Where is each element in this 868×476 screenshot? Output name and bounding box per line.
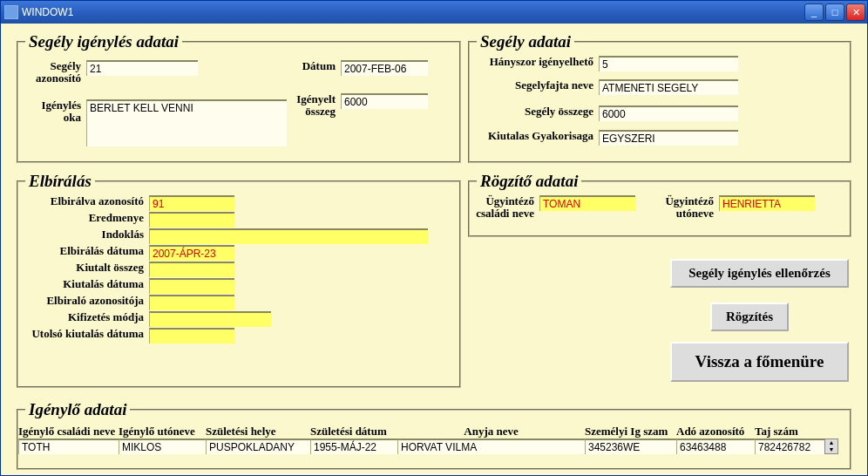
cell-applicant-mother[interactable]: HORVAT VILMA [397,439,585,454]
label-review-rdate: Elbirálás dátuma [18,245,149,257]
field-review-lastpay[interactable] [149,328,234,343]
group-review: Elbírálás Elbirálva azonosító 91 Eredmen… [17,172,461,388]
legend-review: Elbírálás [25,172,95,191]
label-aid-times: Hányszor igényelhető [477,56,599,68]
header-applicant-taxid: Adó azonosító [676,425,755,439]
header-applicant-mother: Anyja neve [397,425,585,439]
label-request-id: Segély azonosító [25,60,86,85]
field-recorder-lname[interactable]: TOMAN [539,195,635,211]
field-aid-sum[interactable]: 6000 [599,105,738,121]
label-review-reviewer: Elbiraló azonositója [18,295,149,307]
label-review-reason: Indoklás [18,228,149,241]
header-applicant-birthdate: Születési dátum [310,425,397,439]
field-aid-type[interactable]: ATMENETI SEGELY [599,79,738,95]
check-button[interactable]: Segély igénylés ellenőrzés [670,259,849,288]
table-row: TOTH MIKLOS PUSPOKLADANY 1955-MÁJ-22 HOR… [18,439,844,454]
field-review-result[interactable] [149,212,234,228]
record-button[interactable]: Rögzítés [710,303,789,331]
legend-applicant: Igénylő adatai [25,400,130,419]
cell-applicant-taxid[interactable]: 63463488 [676,439,755,454]
window: WINDOW1 _ □ ✕ Segély igénylés adatai Seg… [0,0,868,476]
field-review-paymode[interactable] [149,311,271,327]
label-request-date: Dátum [288,60,341,72]
spinner-down-icon[interactable]: ▼ [825,446,837,453]
field-aid-times[interactable]: 5 [599,56,738,71]
field-request-amount[interactable]: 6000 [341,93,428,109]
field-review-reason[interactable] [149,228,428,244]
field-aid-freq[interactable]: EGYSZERI [599,130,738,146]
app-icon [4,5,18,19]
header-applicant-lname: Igénylő családi neve [18,425,119,439]
label-review-lastpay: Utolsó kiutalás dátuma [18,328,149,340]
cell-applicant-idnum[interactable]: 345236WE [585,439,676,454]
close-button[interactable]: ✕ [846,3,865,21]
field-request-date[interactable]: 2007-FEB-06 [341,60,428,76]
field-recorder-fname[interactable]: HENRIETTA [719,195,815,211]
label-review-result: Eredmenye [18,212,149,224]
label-recorder-lname: Ügyintéző családi neve [470,195,539,220]
cell-applicant-ssn[interactable]: 782426782 [755,439,824,454]
header-applicant-idnum: Személyi Ig szam [585,425,676,439]
field-request-reason[interactable]: BERLET KELL VENNI [86,99,287,146]
legend-recorder: Rögzítő adatai [477,172,581,191]
label-review-paydate: Kiutalás dátuma [18,278,149,290]
back-button[interactable]: Vissza a főmenüre [670,342,849,382]
maximize-button[interactable]: □ [825,3,844,21]
group-recorder: Rögzítő adatai Ügyintéző családi neve TO… [468,172,851,237]
group-aid: Segély adatai Hányszor igényelhető 5 Seg… [468,32,851,163]
label-aid-type: Segelyfajta neve [477,79,599,92]
label-aid-freq: Kiutalas Gyakorisaga [477,130,599,142]
spinner-up-icon[interactable]: ▲ [825,439,837,446]
label-review-paymode: Kifizetés módja [18,311,149,323]
row-spinner[interactable]: ▲ ▼ [824,439,838,454]
label-request-reason: Igénylés oka [25,99,86,124]
label-aid-sum: Segély összege [477,105,599,118]
cell-applicant-fname[interactable]: MIKLOS [119,439,206,454]
legend-request: Segély igénylés adatai [25,32,182,51]
field-review-paydate[interactable] [149,278,234,294]
label-recorder-fname: Ügyintéző utóneve [649,195,719,220]
group-applicant: Igénylő adatai Igénylő családi neve Igén… [17,400,851,470]
legend-aid: Segély adatai [477,32,574,51]
minimize-button[interactable]: _ [804,3,824,21]
field-review-rdate[interactable]: 2007-ÁPR-23 [149,245,234,261]
group-request: Segély igénylés adatai Segély azonosító … [17,32,461,163]
header-applicant-ssn: Taj szám [755,425,824,439]
cell-applicant-birthdate[interactable]: 1955-MÁJ-22 [310,439,397,454]
field-review-rid[interactable]: 91 [149,195,234,211]
header-applicant-fname: Igénylő utóneve [119,425,206,439]
client-area: Segély igénylés adatai Segély azonosító … [1,24,867,475]
header-applicant-birthplace: Születési helye [206,425,310,439]
window-title: WINDOW1 [22,6,804,18]
label-review-rid: Elbirálva azonosító [18,195,149,207]
cell-applicant-birthplace[interactable]: PUSPOKLADANY [206,439,310,454]
label-review-paid: Kiutalt összeg [18,262,149,274]
field-request-id[interactable]: 21 [86,60,198,76]
field-review-reviewer[interactable] [149,295,234,310]
field-review-paid[interactable] [149,262,234,277]
cell-applicant-lname[interactable]: TOTH [18,439,119,454]
titlebar: WINDOW1 _ □ ✕ [1,1,867,24]
label-request-amount: Igényelt összeg [288,93,341,118]
